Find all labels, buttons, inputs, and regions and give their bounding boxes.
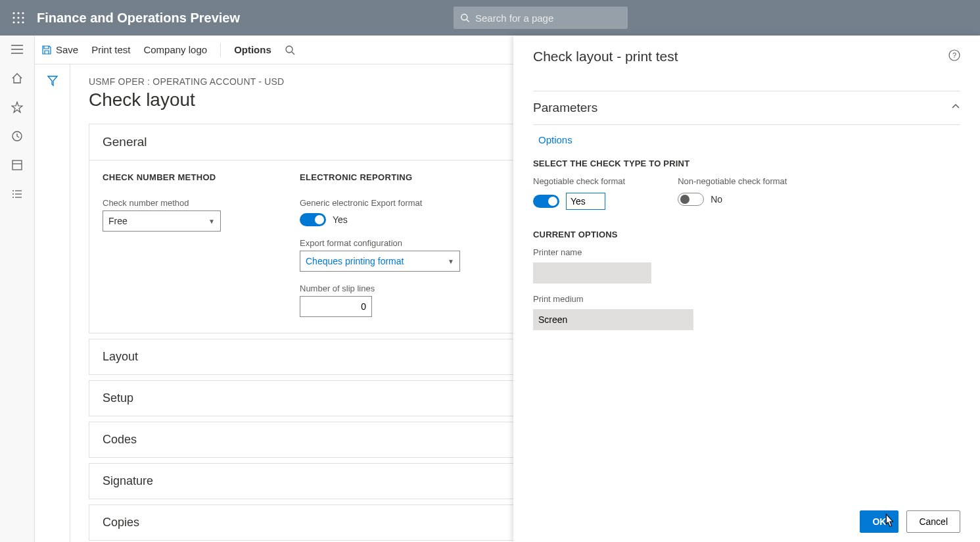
svg-point-8 bbox=[22, 21, 24, 23]
save-icon bbox=[41, 45, 52, 55]
search-icon bbox=[460, 12, 470, 23]
chevron-down-icon: ▼ bbox=[448, 258, 454, 265]
hamburger-icon[interactable] bbox=[10, 42, 24, 57]
print-medium-label: Print medium bbox=[533, 294, 960, 304]
company-logo-button[interactable]: Company logo bbox=[143, 44, 207, 55]
parameters-heading: Parameters bbox=[533, 101, 597, 115]
save-button[interactable]: Save bbox=[41, 44, 78, 55]
waffle-icon[interactable] bbox=[7, 6, 30, 30]
svg-point-0 bbox=[12, 12, 14, 14]
svg-point-19 bbox=[12, 193, 14, 195]
svg-point-1 bbox=[17, 12, 19, 14]
options-button[interactable]: Options bbox=[234, 44, 271, 55]
filter-column bbox=[35, 64, 70, 542]
save-label: Save bbox=[56, 44, 78, 55]
left-rail bbox=[0, 36, 35, 542]
svg-point-4 bbox=[17, 16, 19, 18]
printer-name-field bbox=[533, 262, 651, 283]
export-config-label: Export format configuration bbox=[300, 238, 460, 248]
workspace-icon[interactable] bbox=[10, 158, 24, 172]
cancel-button[interactable]: Cancel bbox=[906, 510, 960, 533]
svg-point-3 bbox=[12, 16, 14, 18]
select-check-type-heading: SELECT THE CHECK TYPE TO PRINT bbox=[533, 159, 960, 168]
print-test-panel: Check layout - print test ? Parameters O… bbox=[513, 36, 980, 542]
toolbar-search-icon[interactable] bbox=[285, 45, 295, 55]
svg-line-10 bbox=[467, 20, 469, 22]
modules-icon[interactable] bbox=[10, 187, 24, 201]
svg-point-7 bbox=[17, 21, 19, 23]
generic-export-format-label: Generic electronic Export format bbox=[300, 198, 460, 208]
options-link[interactable]: Options bbox=[538, 134, 572, 145]
chevron-down-icon: ▼ bbox=[208, 218, 215, 225]
home-icon[interactable] bbox=[10, 71, 24, 86]
filter-icon[interactable] bbox=[47, 75, 58, 89]
svg-rect-15 bbox=[12, 160, 22, 170]
export-config-value: Cheques printing format bbox=[306, 256, 404, 266]
negotiable-value-input[interactable] bbox=[566, 193, 605, 210]
search-input[interactable] bbox=[475, 12, 621, 24]
svg-point-17 bbox=[12, 190, 14, 191]
panel-title: Check layout - print test bbox=[533, 49, 678, 64]
app-title: Finance and Operations Preview bbox=[37, 11, 240, 26]
group-electronic-reporting: ELECTRONIC REPORTING bbox=[300, 172, 460, 182]
toolbar-separator bbox=[220, 43, 221, 57]
recent-icon[interactable] bbox=[10, 129, 24, 143]
negotiable-toggle[interactable] bbox=[533, 195, 559, 208]
main-area: Save Print test Company logo Options USM… bbox=[35, 36, 980, 542]
non-negotiable-label: Non-negotiable check format bbox=[678, 176, 787, 186]
printer-name-label: Printer name bbox=[533, 247, 960, 257]
current-options-heading: CURRENT OPTIONS bbox=[533, 230, 960, 239]
generic-export-format-toggle[interactable] bbox=[300, 213, 326, 226]
star-icon[interactable] bbox=[10, 100, 24, 114]
slip-lines-input[interactable] bbox=[300, 296, 372, 317]
print-medium-field bbox=[533, 309, 693, 330]
svg-point-5 bbox=[22, 16, 24, 18]
svg-line-24 bbox=[292, 52, 294, 55]
chevron-up-icon bbox=[951, 102, 960, 114]
top-bar: Finance and Operations Preview bbox=[0, 0, 980, 36]
export-config-dropdown[interactable]: Cheques printing format ▼ bbox=[300, 251, 460, 272]
non-negotiable-value: No bbox=[711, 194, 722, 205]
search-box[interactable] bbox=[454, 7, 628, 29]
svg-point-23 bbox=[286, 46, 292, 53]
group-check-number-method: CHECK NUMBER METHOD bbox=[103, 172, 260, 182]
svg-text:?: ? bbox=[952, 51, 956, 59]
svg-point-21 bbox=[12, 197, 14, 198]
print-test-button[interactable]: Print test bbox=[91, 44, 130, 55]
non-negotiable-toggle[interactable] bbox=[678, 193, 704, 206]
slip-lines-label: Number of slip lines bbox=[300, 283, 460, 293]
svg-point-9 bbox=[461, 14, 467, 20]
svg-point-2 bbox=[22, 12, 24, 14]
check-number-method-dropdown[interactable]: Free ▼ bbox=[103, 210, 221, 232]
svg-point-6 bbox=[12, 21, 14, 23]
parameters-section-header[interactable]: Parameters bbox=[533, 91, 960, 125]
check-number-method-value: Free bbox=[108, 216, 128, 226]
negotiable-label: Negotiable check format bbox=[533, 176, 625, 186]
ok-button[interactable]: OK bbox=[860, 510, 898, 533]
check-number-method-label: Check number method bbox=[103, 198, 260, 208]
generic-export-format-value: Yes bbox=[333, 214, 348, 225]
help-icon[interactable]: ? bbox=[948, 49, 960, 64]
